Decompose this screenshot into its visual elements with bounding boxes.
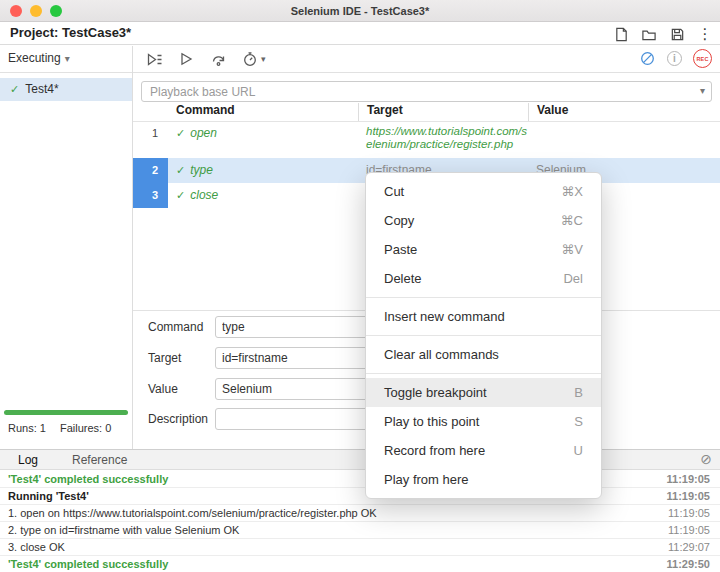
log-entry: 'Test4' completed successfully 11:29:50	[0, 556, 720, 572]
menu-shortcut: ⌘X	[561, 177, 583, 206]
run-stats: Runs: 1Failures: 0	[8, 422, 125, 434]
tab-log[interactable]: Log	[8, 450, 48, 471]
menu-item-play-from-here[interactable]: Play from here	[366, 465, 601, 494]
check-icon: ✓	[176, 189, 185, 201]
menu-item-label: Delete	[384, 264, 422, 293]
command-table-header: Command Target Value	[133, 103, 720, 122]
chevron-down-icon: ▾	[65, 53, 70, 64]
log-entry: Running 'Test4' 11:19:05	[0, 488, 720, 505]
playback-base-url-input[interactable]	[141, 81, 712, 102]
breakpoint-row-number[interactable]: 2	[133, 158, 168, 183]
menu-item-paste[interactable]: Paste ⌘V	[366, 235, 601, 264]
run-all-tests-button[interactable]	[145, 50, 163, 68]
menu-item-label: Record from here	[384, 436, 485, 465]
menu-item-toggle-breakpoint[interactable]: Toggle breakpoint B	[366, 378, 601, 407]
log-entry: 1. open on https://www.tutorialspoint.co…	[0, 505, 720, 522]
stopwatch-icon	[241, 50, 259, 68]
target-field-label: Target	[148, 347, 181, 369]
project-label: Project:	[10, 25, 58, 40]
clear-log-icon[interactable]: ⊘	[700, 451, 712, 467]
column-header-value: Value	[528, 103, 720, 121]
log-text: 2. type on id=firstname with value Selen…	[8, 524, 239, 536]
menu-shortcut: Del	[563, 264, 583, 293]
menu-item-label: Toggle breakpoint	[384, 378, 487, 407]
row-number[interactable]: 1	[133, 122, 168, 158]
run-progress-bar	[4, 410, 128, 415]
menu-item-delete[interactable]: Delete Del	[366, 264, 601, 293]
menu-item-label: Play from here	[384, 465, 469, 494]
log-entry: 3. close OK 11:29:07	[0, 539, 720, 556]
description-field-label: Description	[148, 408, 208, 430]
toolbar: Executing▾ ▾ i REC	[0, 46, 720, 73]
menu-shortcut: ⌘V	[561, 235, 583, 264]
log-time: 11:19:05	[667, 488, 710, 505]
menu-shortcut: ⌘C	[561, 206, 583, 235]
menu-separator	[366, 297, 601, 298]
test-speed-button[interactable]: ▾	[241, 50, 266, 68]
menu-item-label: Copy	[384, 206, 414, 235]
titlebar: Selenium IDE - TestCase3*	[0, 0, 720, 22]
playback-url-wrap: ▾	[141, 81, 712, 102]
menu-item-cut[interactable]: Cut ⌘X	[366, 177, 601, 206]
disable-breakpoints-button[interactable]	[638, 50, 656, 68]
menu-shortcut: S	[574, 407, 583, 436]
table-row[interactable]: 1 ✓open https://www.tutorialspoint.com/s…	[133, 122, 720, 158]
value-cell	[528, 122, 720, 158]
menu-separator	[366, 373, 601, 374]
log-text: 1. open on https://www.tutorialspoint.co…	[8, 507, 377, 519]
project-bar: Project: TestCase3* ⋮	[0, 23, 720, 45]
menu-shortcut: U	[574, 436, 583, 465]
menu-shortcut: B	[574, 378, 583, 407]
menu-item-play-to-this-point[interactable]: Play to this point S	[366, 407, 601, 436]
selenium-ide-window: Selenium IDE - TestCase3* Project: TestC…	[0, 0, 720, 572]
executing-dropdown[interactable]: Executing▾	[8, 51, 70, 65]
log-text: 3. close OK	[8, 541, 65, 553]
new-project-button[interactable]	[612, 25, 630, 43]
record-button[interactable]: REC	[693, 49, 712, 68]
log-text: Running 'Test4'	[8, 490, 89, 502]
menu-item-insert-new-command[interactable]: Insert new command	[366, 302, 601, 331]
menu-item-record-from-here[interactable]: Record from here U	[366, 436, 601, 465]
runs-count: Runs: 1	[8, 422, 46, 434]
log-text: 'Test4' completed successfully	[8, 473, 168, 485]
run-current-test-button[interactable]	[177, 50, 195, 68]
bottom-tabbar: Log Reference ⊘	[0, 449, 720, 470]
menu-separator	[366, 335, 601, 336]
window-title: Selenium IDE - TestCase3*	[0, 0, 720, 22]
column-header-command: Command	[168, 103, 358, 121]
breakpoint-row-number[interactable]: 3	[133, 183, 168, 208]
value-field-label: Value	[148, 378, 178, 400]
pause-on-exceptions-button[interactable]: i	[667, 51, 682, 66]
more-options-button[interactable]: ⋮	[696, 25, 714, 43]
log-time: 11:19:05	[668, 522, 710, 539]
menu-item-label: Cut	[384, 177, 404, 206]
tab-reference[interactable]: Reference	[62, 450, 137, 471]
command-cell: type	[190, 163, 213, 177]
log-time: 11:19:05	[667, 471, 710, 488]
step-over-button[interactable]	[209, 50, 227, 68]
log-entry: 2. type on id=firstname with value Selen…	[0, 522, 720, 539]
menu-item-clear-all-commands[interactable]: Clear all commands	[366, 340, 601, 369]
log-text: 'Test4' completed successfully	[8, 558, 168, 570]
test-name: Test4*	[25, 82, 58, 96]
project-name: TestCase3*	[62, 25, 131, 40]
sidebar-item-test4[interactable]: ✓Test4*	[0, 78, 132, 101]
command-field-label: Command	[148, 316, 203, 338]
chevron-down-icon: ▾	[261, 54, 266, 64]
open-project-button[interactable]	[640, 25, 658, 43]
target-cell: https://www.tutorialspoint.com/selenium/…	[358, 122, 528, 158]
save-project-button[interactable]	[668, 25, 686, 43]
executing-dropdown-label: Executing	[8, 51, 61, 65]
project-title: Project: TestCase3*	[10, 25, 131, 40]
log-time: 11:19:05	[668, 505, 710, 522]
command-cell: open	[190, 126, 217, 140]
menu-item-label: Insert new command	[384, 302, 505, 331]
check-icon: ✓	[10, 83, 19, 95]
menu-item-copy[interactable]: Copy ⌘C	[366, 206, 601, 235]
command-cell: close	[190, 188, 218, 202]
log-time: 11:29:50	[667, 556, 710, 572]
menu-item-label: Paste	[384, 235, 417, 264]
menu-item-label: Play to this point	[384, 407, 479, 436]
check-icon: ✓	[176, 164, 185, 176]
column-header-target: Target	[358, 103, 528, 121]
